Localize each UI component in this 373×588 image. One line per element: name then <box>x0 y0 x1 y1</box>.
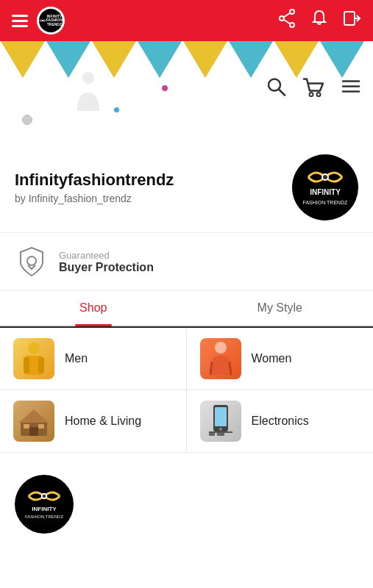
bottom-logo-text: INFINITYFASHION TRENDZ <box>25 506 63 521</box>
category-item-men[interactable]: Men <box>0 328 187 390</box>
logo-text-small: INFINITYFASHIONTRENDZ <box>46 15 63 27</box>
svg-rect-29 <box>24 424 29 429</box>
category-label-home-living: Home & Living <box>65 415 141 428</box>
header-logo: INFINITYFASHIONTRENDZ <box>37 7 65 35</box>
women-thumbnail <box>200 338 241 379</box>
bottom-logo-area: INFINITYFASHION TRENDZ <box>0 453 373 556</box>
logo-badge: INFINITYFASHIONTRENDZ <box>37 7 65 35</box>
category-item-home-living[interactable]: Home & Living <box>0 390 187 453</box>
notification-bell-icon[interactable] <box>310 9 329 32</box>
avatar: INFINITY FASHION TRENDZ <box>292 154 358 220</box>
store-name: Infinityfashiontrendz <box>15 171 174 190</box>
category-grid: Men Women Home & Living <box>0 326 373 453</box>
username: by Infinity_fashion_trendz <box>15 193 174 204</box>
svg-rect-6 <box>344 12 355 25</box>
svg-point-0 <box>42 20 43 21</box>
buyer-protection-section: Guaranteed Buyer Protection <box>0 233 373 291</box>
dot-blue <box>114 107 119 112</box>
header-left: INFINITYFASHIONTRENDZ <box>12 7 65 35</box>
dot-gray <box>22 115 32 125</box>
svg-point-19 <box>28 343 40 354</box>
category-item-women[interactable]: Women <box>187 328 374 390</box>
svg-rect-32 <box>215 407 227 426</box>
cart-icon[interactable] <box>302 77 324 101</box>
avatar-text: INFINITY FASHION TRENDZ <box>303 187 348 207</box>
logout-icon[interactable] <box>342 9 361 32</box>
share-icon[interactable] <box>277 9 296 32</box>
protection-label: Guaranteed <box>59 250 154 261</box>
tab-my-style[interactable]: My Style <box>187 291 374 325</box>
logo-inner: INFINITYFASHIONTRENDZ <box>39 9 63 32</box>
svg-point-12 <box>317 93 321 96</box>
svg-point-11 <box>310 93 313 96</box>
category-label-men: Men <box>65 352 88 365</box>
svg-line-5 <box>284 20 291 24</box>
svg-point-17 <box>323 175 327 179</box>
header-right <box>277 9 361 32</box>
category-item-electronics[interactable]: Electronics <box>187 390 374 453</box>
protection-text: Guaranteed Buyer Protection <box>59 250 154 274</box>
dot-purple <box>162 85 168 91</box>
app-header: INFINITYFASHIONTRENDZ <box>0 0 373 41</box>
hamburger-menu-icon[interactable] <box>12 15 28 27</box>
svg-line-4 <box>284 13 291 18</box>
svg-point-18 <box>27 257 36 265</box>
svg-point-33 <box>219 428 222 431</box>
men-thumbnail <box>13 338 54 379</box>
svg-point-23 <box>215 342 227 354</box>
svg-rect-22 <box>38 357 44 373</box>
svg-rect-30 <box>38 424 44 429</box>
banner-menu-icon[interactable] <box>341 76 361 102</box>
svg-line-10 <box>279 90 285 96</box>
bunting-decoration <box>0 41 373 78</box>
svg-line-24 <box>210 362 212 375</box>
tab-shop[interactable]: Shop <box>0 291 187 325</box>
svg-rect-21 <box>24 357 29 373</box>
bottom-logo: INFINITYFASHION TRENDZ <box>15 475 74 534</box>
bottom-logo-eye-svg <box>27 488 61 504</box>
svg-point-8 <box>82 72 94 84</box>
banner-person-silhouette <box>74 71 103 118</box>
electronics-thumbnail <box>200 401 241 442</box>
avatar-eye-logo <box>307 168 344 186</box>
shop-tabs: Shop My Style <box>0 291 373 326</box>
shield-icon <box>15 245 49 279</box>
category-label-women: Women <box>252 352 292 365</box>
banner-area <box>0 41 373 137</box>
svg-rect-28 <box>29 427 38 436</box>
logo-eye-svg <box>39 15 46 26</box>
search-icon[interactable] <box>266 76 286 102</box>
svg-line-25 <box>230 362 231 375</box>
svg-rect-36 <box>209 431 232 433</box>
category-label-electronics: Electronics <box>252 415 309 428</box>
svg-marker-27 <box>19 409 49 423</box>
profile-section: Infinityfashiontrendz by Infinity_fashio… <box>0 137 373 233</box>
profile-info: Infinityfashiontrendz by Infinity_fashio… <box>15 171 174 204</box>
svg-point-38 <box>43 494 46 498</box>
protection-sub-label: Buyer Protection <box>59 261 154 273</box>
home-living-thumbnail <box>13 401 54 442</box>
banner-action-bar <box>266 76 361 102</box>
